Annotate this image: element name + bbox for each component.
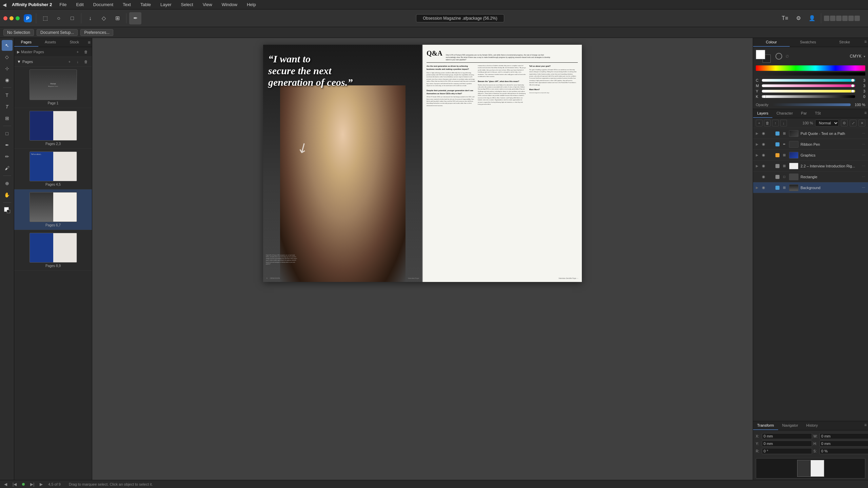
persona-icon-6[interactable]: [854, 16, 860, 21]
persona-icon-2[interactable]: [830, 16, 835, 21]
rect-tool-button[interactable]: □: [66, 12, 78, 24]
document-canvas[interactable]: “I want tosecure the nextgeneration of c…: [263, 45, 582, 282]
persona-icon-1[interactable]: [824, 16, 829, 21]
prev-page-btn[interactable]: ◀: [4, 482, 7, 487]
hand-tool[interactable]: ✋: [2, 189, 13, 200]
layer-options-bg[interactable]: ⋯: [862, 186, 865, 189]
node-tool[interactable]: ◇: [2, 52, 13, 62]
persona-icon-3[interactable]: [836, 16, 842, 21]
page-thumb-23[interactable]: Pages 2,3: [14, 108, 92, 149]
layer-lock-bg[interactable]: 🔒: [769, 186, 773, 189]
tab-layers[interactable]: Layers: [753, 109, 772, 118]
macro-button[interactable]: ⚙: [792, 12, 805, 24]
tab-stroke[interactable]: Stroke: [826, 38, 863, 47]
fill-tool[interactable]: ◉: [2, 75, 13, 85]
layer-options-interview[interactable]: ⋯: [862, 164, 865, 168]
layer-lock-graphics[interactable]: 🔒: [769, 153, 773, 157]
solid-color-btn[interactable]: [775, 53, 782, 60]
menu-table[interactable]: Table: [138, 1, 153, 8]
layer-expand-pullquote[interactable]: ▶: [756, 131, 760, 135]
layer-eye-interview[interactable]: ◉: [762, 164, 767, 168]
close-window-btn[interactable]: [3, 16, 7, 20]
select-tool-button[interactable]: ⬚: [39, 12, 51, 24]
layer-expand-graphics[interactable]: ▶: [756, 153, 760, 157]
user-button[interactable]: 👤: [806, 12, 818, 24]
layer-lock-ribbonpen[interactable]: 🔒: [769, 142, 773, 146]
move-down-btn[interactable]: ↓: [780, 120, 787, 126]
tab-tst[interactable]: TSt: [811, 109, 825, 118]
menu-view[interactable]: View: [201, 1, 214, 8]
tab-swatches[interactable]: Swatches: [790, 38, 826, 47]
page-thumb-89[interactable]: Pages 8,9: [14, 230, 92, 271]
panel-options-btn[interactable]: ≡: [86, 38, 92, 47]
blend-mode-select[interactable]: Normal: [815, 120, 839, 126]
tab-colour[interactable]: Colour: [753, 38, 790, 47]
menu-window[interactable]: Window: [220, 1, 239, 8]
layers-panel-options[interactable]: ≡: [863, 109, 868, 118]
c-slider[interactable]: [762, 79, 855, 82]
delete-layer-btn[interactable]: 🗑: [764, 120, 771, 126]
menu-select[interactable]: Select: [179, 1, 195, 8]
layer-eye-rect[interactable]: ◉: [762, 175, 767, 179]
add-page-btn[interactable]: +: [66, 58, 73, 65]
tab-history[interactable]: History: [802, 421, 822, 430]
table-tool[interactable]: ⊞: [2, 113, 13, 124]
pointer-tool[interactable]: ↖: [2, 40, 13, 51]
layer-lock-interview[interactable]: 🔒: [769, 164, 773, 168]
tab-navigator[interactable]: Navigator: [778, 421, 802, 430]
layer-options-pullquote[interactable]: ⋯: [862, 131, 865, 135]
move-up-btn[interactable]: ↑: [772, 120, 779, 126]
bottom-panel-options[interactable]: ≡: [863, 421, 868, 430]
foreground-swatch[interactable]: [756, 50, 765, 59]
text-style-button[interactable]: T≡: [779, 12, 791, 24]
layer-item-graphics[interactable]: ▶ ◉ 🔒 ⊞ Graphics ⋯: [753, 150, 868, 161]
layer-eye-pullquote[interactable]: ◉: [762, 131, 767, 136]
pen-tool[interactable]: ✒: [2, 140, 13, 150]
x-input[interactable]: [762, 433, 812, 439]
color-panel-options[interactable]: ≡: [863, 38, 868, 47]
next-page-btn[interactable]: ▶: [40, 482, 43, 487]
tab-assets[interactable]: Assets: [38, 38, 62, 47]
layer-item-pullquote[interactable]: ▶ ◉ 🔒 ⊞ Pull Quote - Text on a Path ⋯: [753, 128, 868, 139]
maximize-window-btn[interactable]: [16, 16, 20, 20]
color-spectrum-bar[interactable]: [756, 65, 865, 71]
layer-options-graphics[interactable]: ⋯: [862, 153, 865, 157]
layer-item-rectangle[interactable]: ▶ ◉ 🔒 □ Rectangle ⋯: [753, 171, 868, 182]
layer-eye-graphics[interactable]: ◉: [762, 153, 767, 157]
layer-settings-btn[interactable]: ⚙: [841, 120, 848, 126]
layer-expand-ribbonpen[interactable]: ▶: [756, 142, 760, 146]
delete-master-btn[interactable]: 🗑: [82, 48, 89, 55]
layer-expand-bg[interactable]: ▶: [756, 186, 760, 189]
apple-menu[interactable]: ◀: [3, 2, 6, 7]
preferences-button[interactable]: Preferences...: [80, 29, 113, 36]
layer-item-interview[interactable]: ▶ ◉ 🔒 ⊞ 2.2 – Interview Introduction Rig…: [753, 161, 868, 171]
master-pages-section[interactable]: ▶ Master Pages + 🗑: [14, 47, 92, 57]
tab-pages[interactable]: Pages: [14, 38, 38, 47]
s-input[interactable]: [820, 448, 868, 454]
add-layer-btn[interactable]: +: [756, 120, 763, 126]
m-slider[interactable]: [762, 84, 855, 87]
canvas-area[interactable]: “I want tosecure the nextgeneration of c…: [92, 38, 753, 480]
w-input[interactable]: [820, 433, 868, 439]
k-slider[interactable]: [762, 95, 855, 98]
menu-text[interactable]: Text: [121, 1, 133, 8]
tab-character[interactable]: Character: [772, 109, 797, 118]
menu-document[interactable]: Document: [91, 1, 115, 8]
layer-lock-pullquote[interactable]: 🔒: [769, 131, 773, 135]
layer-close-btn[interactable]: ✕: [859, 120, 865, 126]
opacity-bar[interactable]: [756, 72, 865, 76]
y-input[interactable]: [762, 441, 812, 447]
menu-edit[interactable]: Edit: [74, 1, 85, 8]
menu-layer[interactable]: Layer: [158, 1, 174, 8]
h-input[interactable]: [820, 441, 868, 447]
artistic-text-tool[interactable]: T: [2, 101, 13, 112]
tab-transform[interactable]: Transform: [753, 421, 778, 430]
zoom-tool[interactable]: ⊕: [2, 178, 13, 189]
add-master-btn[interactable]: +: [74, 48, 81, 55]
menu-file[interactable]: File: [57, 1, 68, 8]
layer-options-ribbonpen[interactable]: ⋯: [862, 142, 865, 146]
shape-tool[interactable]: □: [2, 128, 13, 139]
persona-icon-4[interactable]: [842, 16, 848, 21]
prev-spread-btn[interactable]: |◀: [13, 482, 17, 487]
layer-options-rect[interactable]: ⋯: [862, 175, 865, 179]
